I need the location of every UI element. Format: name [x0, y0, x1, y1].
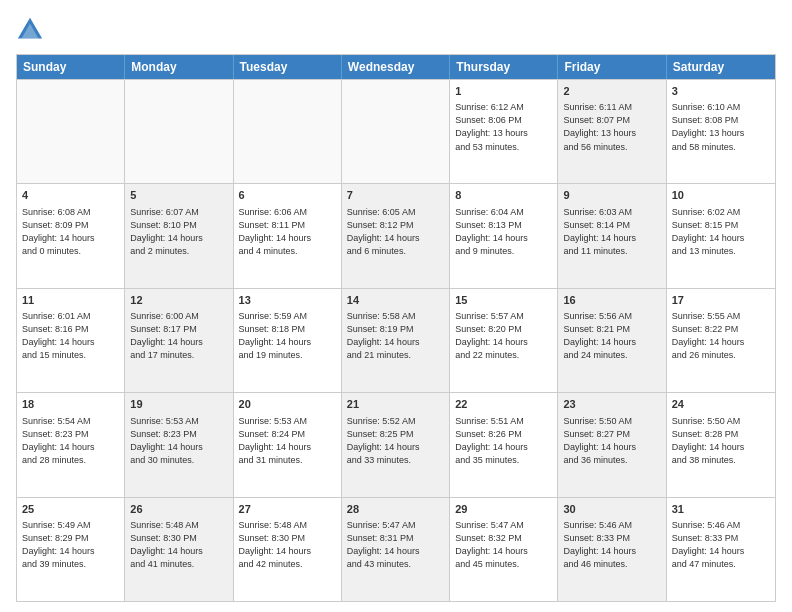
- cal-cell-7: 7Sunrise: 6:05 AM Sunset: 8:12 PM Daylig…: [342, 184, 450, 287]
- cell-text: Sunrise: 5:57 AM Sunset: 8:20 PM Dayligh…: [455, 310, 552, 362]
- cal-cell-12: 12Sunrise: 6:00 AM Sunset: 8:17 PM Dayli…: [125, 289, 233, 392]
- cal-cell-6: 6Sunrise: 6:06 AM Sunset: 8:11 PM Daylig…: [234, 184, 342, 287]
- cal-cell-27: 27Sunrise: 5:48 AM Sunset: 8:30 PM Dayli…: [234, 498, 342, 601]
- cell-text: Sunrise: 5:58 AM Sunset: 8:19 PM Dayligh…: [347, 310, 444, 362]
- cal-cell-empty-3: [342, 80, 450, 183]
- cell-text: Sunrise: 5:51 AM Sunset: 8:26 PM Dayligh…: [455, 415, 552, 467]
- cal-cell-empty-2: [234, 80, 342, 183]
- day-number: 2: [563, 84, 660, 99]
- cal-cell-29: 29Sunrise: 5:47 AM Sunset: 8:32 PM Dayli…: [450, 498, 558, 601]
- day-number: 17: [672, 293, 770, 308]
- cell-text: Sunrise: 6:07 AM Sunset: 8:10 PM Dayligh…: [130, 206, 227, 258]
- day-number: 6: [239, 188, 336, 203]
- day-number: 19: [130, 397, 227, 412]
- cal-cell-30: 30Sunrise: 5:46 AM Sunset: 8:33 PM Dayli…: [558, 498, 666, 601]
- cal-cell-4: 4Sunrise: 6:08 AM Sunset: 8:09 PM Daylig…: [17, 184, 125, 287]
- day-number: 14: [347, 293, 444, 308]
- day-number: 11: [22, 293, 119, 308]
- cell-text: Sunrise: 5:47 AM Sunset: 8:31 PM Dayligh…: [347, 519, 444, 571]
- cal-cell-9: 9Sunrise: 6:03 AM Sunset: 8:14 PM Daylig…: [558, 184, 666, 287]
- day-number: 4: [22, 188, 119, 203]
- day-number: 20: [239, 397, 336, 412]
- cal-header-monday: Monday: [125, 55, 233, 79]
- day-number: 27: [239, 502, 336, 517]
- cal-cell-17: 17Sunrise: 5:55 AM Sunset: 8:22 PM Dayli…: [667, 289, 775, 392]
- day-number: 25: [22, 502, 119, 517]
- cal-header-thursday: Thursday: [450, 55, 558, 79]
- cell-text: Sunrise: 6:10 AM Sunset: 8:08 PM Dayligh…: [672, 101, 770, 153]
- cal-cell-11: 11Sunrise: 6:01 AM Sunset: 8:16 PM Dayli…: [17, 289, 125, 392]
- cal-row-2: 11Sunrise: 6:01 AM Sunset: 8:16 PM Dayli…: [17, 288, 775, 392]
- cell-text: Sunrise: 6:03 AM Sunset: 8:14 PM Dayligh…: [563, 206, 660, 258]
- cal-row-4: 25Sunrise: 5:49 AM Sunset: 8:29 PM Dayli…: [17, 497, 775, 601]
- cal-cell-14: 14Sunrise: 5:58 AM Sunset: 8:19 PM Dayli…: [342, 289, 450, 392]
- cal-row-1: 4Sunrise: 6:08 AM Sunset: 8:09 PM Daylig…: [17, 183, 775, 287]
- cell-text: Sunrise: 6:12 AM Sunset: 8:06 PM Dayligh…: [455, 101, 552, 153]
- day-number: 1: [455, 84, 552, 99]
- page: SundayMondayTuesdayWednesdayThursdayFrid…: [0, 0, 792, 612]
- day-number: 28: [347, 502, 444, 517]
- cell-text: Sunrise: 5:47 AM Sunset: 8:32 PM Dayligh…: [455, 519, 552, 571]
- day-number: 5: [130, 188, 227, 203]
- cal-cell-22: 22Sunrise: 5:51 AM Sunset: 8:26 PM Dayli…: [450, 393, 558, 496]
- day-number: 3: [672, 84, 770, 99]
- cal-cell-10: 10Sunrise: 6:02 AM Sunset: 8:15 PM Dayli…: [667, 184, 775, 287]
- day-number: 31: [672, 502, 770, 517]
- cell-text: Sunrise: 5:46 AM Sunset: 8:33 PM Dayligh…: [563, 519, 660, 571]
- day-number: 9: [563, 188, 660, 203]
- cal-header-sunday: Sunday: [17, 55, 125, 79]
- day-number: 7: [347, 188, 444, 203]
- header: [16, 16, 776, 44]
- cell-text: Sunrise: 6:05 AM Sunset: 8:12 PM Dayligh…: [347, 206, 444, 258]
- day-number: 18: [22, 397, 119, 412]
- cal-cell-28: 28Sunrise: 5:47 AM Sunset: 8:31 PM Dayli…: [342, 498, 450, 601]
- day-number: 15: [455, 293, 552, 308]
- calendar-body: 1Sunrise: 6:12 AM Sunset: 8:06 PM Daylig…: [17, 79, 775, 601]
- cal-cell-19: 19Sunrise: 5:53 AM Sunset: 8:23 PM Dayli…: [125, 393, 233, 496]
- cell-text: Sunrise: 5:54 AM Sunset: 8:23 PM Dayligh…: [22, 415, 119, 467]
- cell-text: Sunrise: 5:53 AM Sunset: 8:24 PM Dayligh…: [239, 415, 336, 467]
- day-number: 24: [672, 397, 770, 412]
- cal-header-friday: Friday: [558, 55, 666, 79]
- day-number: 13: [239, 293, 336, 308]
- cell-text: Sunrise: 6:11 AM Sunset: 8:07 PM Dayligh…: [563, 101, 660, 153]
- cell-text: Sunrise: 5:48 AM Sunset: 8:30 PM Dayligh…: [239, 519, 336, 571]
- cal-cell-2: 2Sunrise: 6:11 AM Sunset: 8:07 PM Daylig…: [558, 80, 666, 183]
- cell-text: Sunrise: 5:46 AM Sunset: 8:33 PM Dayligh…: [672, 519, 770, 571]
- day-number: 10: [672, 188, 770, 203]
- cal-cell-16: 16Sunrise: 5:56 AM Sunset: 8:21 PM Dayli…: [558, 289, 666, 392]
- cell-text: Sunrise: 6:02 AM Sunset: 8:15 PM Dayligh…: [672, 206, 770, 258]
- cal-cell-3: 3Sunrise: 6:10 AM Sunset: 8:08 PM Daylig…: [667, 80, 775, 183]
- day-number: 22: [455, 397, 552, 412]
- cal-cell-empty-0: [17, 80, 125, 183]
- cal-header-tuesday: Tuesday: [234, 55, 342, 79]
- cal-cell-23: 23Sunrise: 5:50 AM Sunset: 8:27 PM Dayli…: [558, 393, 666, 496]
- cal-cell-13: 13Sunrise: 5:59 AM Sunset: 8:18 PM Dayli…: [234, 289, 342, 392]
- cell-text: Sunrise: 6:01 AM Sunset: 8:16 PM Dayligh…: [22, 310, 119, 362]
- calendar-header: SundayMondayTuesdayWednesdayThursdayFrid…: [17, 55, 775, 79]
- day-number: 8: [455, 188, 552, 203]
- cell-text: Sunrise: 6:06 AM Sunset: 8:11 PM Dayligh…: [239, 206, 336, 258]
- logo-icon: [16, 16, 44, 44]
- cal-header-wednesday: Wednesday: [342, 55, 450, 79]
- cell-text: Sunrise: 5:56 AM Sunset: 8:21 PM Dayligh…: [563, 310, 660, 362]
- calendar: SundayMondayTuesdayWednesdayThursdayFrid…: [16, 54, 776, 602]
- cal-cell-26: 26Sunrise: 5:48 AM Sunset: 8:30 PM Dayli…: [125, 498, 233, 601]
- cal-row-3: 18Sunrise: 5:54 AM Sunset: 8:23 PM Dayli…: [17, 392, 775, 496]
- cell-text: Sunrise: 5:59 AM Sunset: 8:18 PM Dayligh…: [239, 310, 336, 362]
- cal-cell-18: 18Sunrise: 5:54 AM Sunset: 8:23 PM Dayli…: [17, 393, 125, 496]
- cal-cell-25: 25Sunrise: 5:49 AM Sunset: 8:29 PM Dayli…: [17, 498, 125, 601]
- cal-row-0: 1Sunrise: 6:12 AM Sunset: 8:06 PM Daylig…: [17, 79, 775, 183]
- cell-text: Sunrise: 5:48 AM Sunset: 8:30 PM Dayligh…: [130, 519, 227, 571]
- cal-cell-15: 15Sunrise: 5:57 AM Sunset: 8:20 PM Dayli…: [450, 289, 558, 392]
- logo: [16, 16, 48, 44]
- cal-cell-21: 21Sunrise: 5:52 AM Sunset: 8:25 PM Dayli…: [342, 393, 450, 496]
- cell-text: Sunrise: 5:50 AM Sunset: 8:27 PM Dayligh…: [563, 415, 660, 467]
- cell-text: Sunrise: 6:08 AM Sunset: 8:09 PM Dayligh…: [22, 206, 119, 258]
- cell-text: Sunrise: 6:04 AM Sunset: 8:13 PM Dayligh…: [455, 206, 552, 258]
- cell-text: Sunrise: 5:53 AM Sunset: 8:23 PM Dayligh…: [130, 415, 227, 467]
- day-number: 30: [563, 502, 660, 517]
- day-number: 12: [130, 293, 227, 308]
- day-number: 29: [455, 502, 552, 517]
- cell-text: Sunrise: 5:50 AM Sunset: 8:28 PM Dayligh…: [672, 415, 770, 467]
